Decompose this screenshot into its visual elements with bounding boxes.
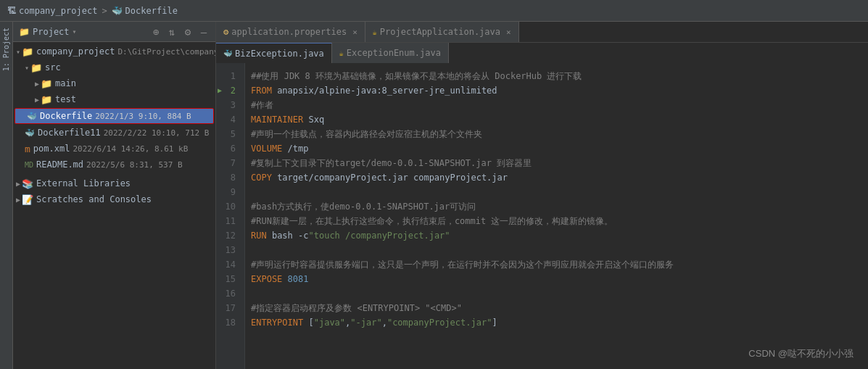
- gear-icon[interactable]: ⚙: [182, 26, 194, 38]
- vertical-project-tab[interactable]: 1: Project: [0, 22, 13, 369]
- watermark: CSDN @哒不死的小小强: [748, 347, 853, 360]
- dockerfile11-icon: 🐳: [25, 128, 35, 138]
- dropdown-arrow-icon[interactable]: ▾: [73, 28, 77, 36]
- code-line-4: MAINTAINER Sxq: [251, 112, 868, 127]
- code-text-7: #复制上下文目录下的target/demo-0.0.1-SNAPSHOT.jar…: [251, 156, 532, 170]
- ln-11: 11: [216, 214, 240, 228]
- project-app-icon: ☕: [373, 28, 377, 36]
- project-header: 📁 Project ▾ ⊕ ⇅ ⚙ —: [13, 22, 215, 42]
- vertical-tab-label[interactable]: 1: Project: [1, 25, 12, 74]
- ln-14: 14: [216, 257, 240, 272]
- equalizer-icon[interactable]: ⇅: [166, 26, 178, 38]
- tab-row-1: ⚙ application.properties × ☕ ProjectAppl…: [216, 22, 868, 43]
- tree-item-external-libs[interactable]: ▶ 📚 External Libraries: [13, 175, 215, 191]
- code-text-12b: "touch /companyProject.jar": [308, 228, 450, 243]
- code-line-5: #声明一个挂载点，容器内此路径会对应宿主机的某个文件夹: [251, 127, 868, 141]
- code-text-1: ##使用 JDK 8 环境为基础镜像，如果镜像不是本地的将会从 DockerHu…: [251, 69, 582, 83]
- test-folder-icon: 📁: [41, 94, 52, 105]
- code-text-5: #声明一个挂载点，容器内此路径会对应宿主机的某个文件夹: [251, 127, 482, 141]
- project-folder-icon: 📁: [19, 27, 30, 37]
- line-numbers: 1 ▶ 2 3 4 5 6 7 8 9 10 11 12 13 14 15 16…: [216, 63, 245, 369]
- root-label: company_project: [36, 46, 115, 57]
- tab-biz-exc[interactable]: 🐳 BizException.java: [216, 43, 332, 63]
- readme-icon: MD: [25, 161, 33, 169]
- pomxml-icon: m: [25, 144, 30, 154]
- code-line-7: #复制上下文目录下的target/demo-0.0.1-SNAPSHOT.jar…: [251, 156, 868, 170]
- tree-item-scratches[interactable]: ▶ 📝 Scratches and Consoles: [13, 191, 215, 207]
- minimize-icon[interactable]: —: [198, 26, 210, 38]
- code-text-14: #声明运行时容器提供服务端口，这只是一个声明，在运行时并不会因为这个声明应用就会…: [251, 257, 674, 272]
- main-folder-icon: 📁: [41, 78, 52, 89]
- project-app-close[interactable]: ×: [506, 28, 511, 37]
- code-text-18g: ]: [492, 315, 497, 330]
- project-tree: ▾ 📁 company_project D:\GitProject\compan…: [13, 42, 215, 369]
- ln-13: 13: [216, 243, 240, 257]
- project-app-label: ProjectApplication.java: [380, 27, 500, 37]
- tab-app-props[interactable]: ⚙ application.properties ×: [216, 22, 365, 42]
- pomxml-meta: 2022/6/14 14:26, 8.61 kB: [73, 144, 188, 154]
- exc-enum-label: ExceptionEnum.java: [347, 48, 441, 58]
- tab-project-app[interactable]: ☕ ProjectApplication.java ×: [365, 22, 519, 42]
- breadcrumb-sep: >: [102, 6, 107, 16]
- extlibs-icon: 📚: [22, 178, 33, 189]
- app-props-icon: ⚙: [223, 27, 228, 37]
- pomxml-label: pom.xml: [33, 144, 70, 154]
- code-line-8: COPY target/companyProject.jar companyPr…: [251, 170, 868, 185]
- tree-item-main[interactable]: ▶ 📁 main: [13, 75, 215, 91]
- project-header-left: 📁 Project ▾: [19, 27, 77, 37]
- tree-item-test[interactable]: ▶ 📁 test: [13, 91, 215, 107]
- ln-2: ▶ 2: [216, 83, 240, 98]
- code-editor: 1 ▶ 2 3 4 5 6 7 8 9 10 11 12 13 14 15 16…: [216, 63, 868, 369]
- tree-item-dockerfile11[interactable]: 🐳 Dockerfile11 2022/2/22 10:10, 712 B: [13, 125, 215, 141]
- breadcrumb-file: Dockerfile: [125, 6, 178, 16]
- code-line-12: RUN bash -c "touch /companyProject.jar": [251, 228, 868, 243]
- project-label: Project: [33, 27, 70, 37]
- main-layout: 1: Project 📁 Project ▾ ⊕ ⇅ ⚙ — ▾ 📁 compa…: [0, 22, 868, 369]
- code-text-18d: "-jar": [350, 315, 381, 330]
- app-props-close[interactable]: ×: [352, 28, 357, 37]
- readme-meta: 2022/5/6 8:31, 537 B: [86, 160, 182, 170]
- watermark-text: CSDN @哒不死的小小强: [748, 348, 853, 359]
- code-line-9: [251, 185, 868, 199]
- code-text-11: #RUN新建一层，在其上执行这些命令，执行结束后，commit 这一层的修改，构…: [251, 214, 613, 228]
- code-text-4-kw: MAINTAINER: [251, 112, 308, 127]
- tree-item-pomxml[interactable]: m pom.xml 2022/6/14 14:26, 8.61 kB: [13, 141, 215, 157]
- tree-item-root[interactable]: ▾ 📁 company_project D:\GitProject\compan…: [13, 43, 215, 59]
- tree-item-dockerfile[interactable]: 🐳 Dockerfile 2022/1/3 9:10, 884 B: [15, 108, 214, 124]
- code-text-18a: [: [308, 315, 313, 330]
- code-text-18b: "java": [314, 315, 345, 330]
- ln-6: 6: [216, 141, 240, 156]
- scratches-icon: 📝: [22, 194, 33, 205]
- code-line-17: #指定容器启动程序及参数 <ENTRYPOINT> "<CMD>": [251, 301, 868, 315]
- ln-12: 12: [216, 228, 240, 243]
- code-text-15-kw: EXPOSE: [251, 272, 288, 286]
- code-content[interactable]: ##使用 JDK 8 环境为基础镜像，如果镜像不是本地的将会从 DockerHu…: [245, 63, 868, 369]
- root-folder-icon: 📁: [22, 46, 33, 57]
- tab-row-2: 🐳 BizException.java ☕ ExceptionEnum.java: [216, 43, 868, 63]
- tab-exc-enum[interactable]: ☕ ExceptionEnum.java: [332, 43, 449, 63]
- project-panel: 📁 Project ▾ ⊕ ⇅ ⚙ — ▾ 📁 company_project …: [13, 22, 216, 369]
- code-text-12a: bash -c: [272, 228, 309, 243]
- run-arrow-icon: ▶: [218, 83, 222, 98]
- dockerfile-icon-title: 🐳: [112, 6, 123, 16]
- dockerfile-meta: 2022/1/3 9:10, 884 B: [95, 112, 191, 121]
- tree-item-src[interactable]: ▾ 📁 src: [13, 59, 215, 75]
- ln-5: 5: [216, 127, 240, 141]
- ln-17: 17: [216, 301, 240, 315]
- root-path: D:\GitProject\company_project: [117, 47, 215, 57]
- expand-root-icon: ▾: [16, 48, 20, 56]
- expand-main-icon: ▶: [35, 80, 39, 88]
- globe-icon[interactable]: ⊕: [150, 26, 162, 38]
- expand-scratches-icon: ▶: [16, 196, 20, 204]
- code-text-6: /tmp: [288, 141, 309, 156]
- code-line-2: FROM anapsix/alpine-java:8_server-jre_un…: [251, 83, 868, 98]
- code-line-6: VOLUME /tmp: [251, 141, 868, 156]
- dockerfile-icon: 🐳: [27, 112, 37, 121]
- code-line-14: #声明运行时容器提供服务端口，这只是一个声明，在运行时并不会因为这个声明应用就会…: [251, 257, 868, 272]
- tree-item-readme[interactable]: MD README.md 2022/5/6 8:31, 537 B: [13, 157, 215, 173]
- ln-15: 15: [216, 272, 240, 286]
- dockerfile11-meta: 2022/2/22 10:10, 712 B: [104, 128, 210, 138]
- ln-10: 10: [216, 199, 240, 214]
- src-folder-icon: 📁: [30, 62, 42, 73]
- code-text-10: #bash方式执行，使demo-0.0.1-SNAPSHOT.jar可访问: [251, 199, 476, 214]
